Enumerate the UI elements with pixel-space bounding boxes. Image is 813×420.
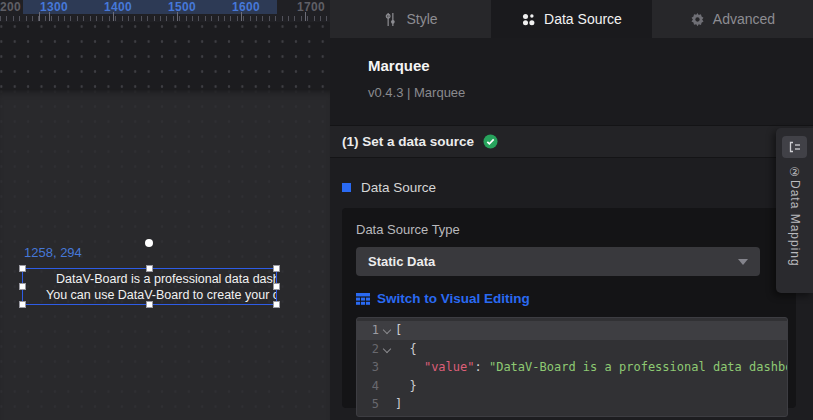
component-header: Marquee v0.4.3 | Marquee bbox=[330, 38, 813, 125]
chevron-down-icon bbox=[738, 259, 748, 265]
data-source-section-header: Data Source bbox=[330, 158, 813, 195]
panel-tab-bar: Style Data Source Advanced bbox=[330, 0, 813, 38]
ruler-major-ticks bbox=[0, 12, 330, 21]
resize-handle-top-right[interactable] bbox=[273, 265, 280, 272]
tab-label: Advanced bbox=[713, 11, 775, 27]
tab-data-source[interactable]: Data Source bbox=[491, 0, 652, 38]
code-line: 4 } bbox=[357, 377, 787, 396]
resize-handle-middle-left[interactable] bbox=[19, 283, 26, 290]
check-circle-icon bbox=[483, 134, 498, 149]
data-mapping-tab[interactable]: ②Data Mapping bbox=[776, 128, 813, 293]
code-line: 2 { bbox=[357, 340, 787, 359]
line-number: 3 bbox=[357, 358, 379, 377]
status-text: (1) Set a data source bbox=[342, 134, 474, 149]
json-code-editor[interactable]: 1[2 {3 "value": "DataV-Board is a profes… bbox=[356, 317, 788, 417]
switch-to-visual-editing-link[interactable]: Switch to Visual Editing bbox=[377, 291, 530, 306]
gear-icon bbox=[690, 12, 705, 27]
resize-handle-top-left[interactable] bbox=[19, 265, 26, 272]
component-version: v0.4.3 | Marquee bbox=[368, 85, 813, 100]
data-mapping-collapse-button[interactable] bbox=[782, 136, 807, 158]
fold-gutter bbox=[379, 395, 395, 414]
line-number: 1 bbox=[357, 321, 379, 340]
section-bullet-icon bbox=[342, 183, 351, 192]
line-number: 4 bbox=[357, 377, 379, 396]
config-panel: Style Data Source Advanced bbox=[330, 0, 813, 420]
fold-chevron-icon[interactable] bbox=[379, 340, 395, 359]
code-text: "value": "DataV-Board is a professional … bbox=[395, 358, 787, 377]
data-source-status-bar: (1) Set a data source bbox=[330, 125, 813, 158]
resize-handle-bottom-left[interactable] bbox=[19, 301, 26, 308]
table-grid-icon bbox=[356, 293, 370, 305]
tab-label: Data Source bbox=[544, 11, 622, 27]
code-text: { bbox=[395, 340, 787, 359]
editor-canvas: 200 1300 1400 1500 1600 1700 1258, 294 D… bbox=[0, 0, 330, 420]
rotation-handle[interactable] bbox=[145, 239, 153, 247]
marquee-text: DataV-Board is a professional data dashb… bbox=[23, 269, 276, 303]
data-mapping-label: ②Data Mapping bbox=[788, 165, 802, 267]
fold-gutter bbox=[379, 377, 395, 396]
line-number: 5 bbox=[357, 395, 379, 414]
data-mapping-icon bbox=[788, 141, 802, 153]
switch-visual-editing-row: Switch to Visual Editing bbox=[356, 291, 787, 306]
data-source-icon bbox=[521, 12, 536, 27]
code-line: 3 "value": "DataV-Board is a professiona… bbox=[357, 358, 787, 377]
resize-handle-middle-right[interactable] bbox=[273, 283, 280, 290]
data-source-card: Data Source Type Static Data bbox=[342, 208, 796, 408]
selection-coordinates: 1258, 294 bbox=[24, 245, 82, 260]
sliders-icon bbox=[383, 12, 398, 27]
section-title: Data Source bbox=[361, 180, 436, 195]
code-text: ] bbox=[395, 395, 787, 414]
tab-label: Style bbox=[406, 11, 437, 27]
code-text: [ bbox=[395, 321, 787, 340]
data-source-type-label: Data Source Type bbox=[356, 222, 787, 237]
resize-handle-bottom-right[interactable] bbox=[273, 301, 280, 308]
canvas-grid-area bbox=[0, 22, 330, 89]
tab-advanced[interactable]: Advanced bbox=[652, 0, 813, 38]
code-line: 1[ bbox=[357, 321, 787, 340]
horizontal-ruler: 200 1300 1400 1500 1600 1700 bbox=[0, 0, 330, 22]
component-title: Marquee bbox=[368, 57, 813, 74]
fold-chevron-icon[interactable] bbox=[379, 321, 395, 340]
tab-style[interactable]: Style bbox=[330, 0, 491, 38]
panel-main: Data Source Data Source Type Static Data bbox=[330, 158, 813, 419]
line-number: 2 bbox=[357, 340, 379, 359]
select-value: Static Data bbox=[368, 254, 435, 269]
resize-handle-top-middle[interactable] bbox=[146, 265, 153, 272]
resize-handle-bottom-middle[interactable] bbox=[146, 301, 153, 308]
data-source-type-select[interactable]: Static Data bbox=[356, 247, 760, 276]
selected-marquee-component[interactable]: DataV-Board is a professional data dashb… bbox=[22, 268, 277, 305]
fold-gutter bbox=[379, 358, 395, 377]
code-text: } bbox=[395, 377, 787, 396]
code-line: 5] bbox=[357, 395, 787, 414]
